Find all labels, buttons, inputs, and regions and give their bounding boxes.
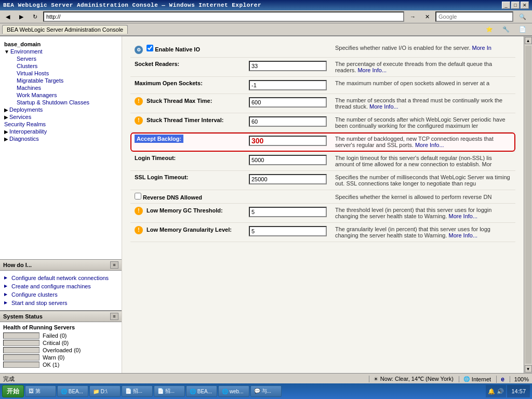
tree-interoperability[interactable]: ▶Interoperability (0, 128, 122, 135)
health-label-warn: Warn (0) (43, 354, 64, 361)
table-row: ⚙ Enable Native IO Specifies whether nat… (130, 42, 515, 58)
search-box[interactable] (435, 11, 513, 22)
tools-btn[interactable]: 🔧 (499, 24, 513, 34)
stop-button[interactable]: ✕ (421, 12, 433, 22)
max-sockets-input[interactable] (249, 80, 327, 90)
tree-startup-shutdown[interactable]: Startup & Shutdown Classes (0, 99, 122, 106)
socket-readers-label: Socket Readers: (130, 58, 245, 77)
scrollbar[interactable]: ▲ ▼ (524, 36, 532, 373)
status-panel-content: Health of Running Servers Failed (0) Cri… (0, 322, 122, 371)
scroll-down-button[interactable]: ▼ (525, 365, 532, 373)
how-link-servers[interactable]: Start and stop servers (4, 299, 117, 307)
how-link-clusters[interactable]: Configure clusters (4, 290, 117, 299)
tree-machines[interactable]: Machines (0, 84, 122, 91)
page-btn[interactable]: 📄 (515, 24, 530, 34)
accept-backlog-label-cell: Accept Backlog: (130, 132, 245, 152)
taskbar: 开始 🖼 第 🌐 BEA... 📁 D:\ 📄 招... 📄 招... 🌐 BE… (0, 383, 532, 399)
zoom-zone: 100% (510, 376, 529, 382)
forward-button[interactable]: ▶ (16, 12, 27, 22)
warn-icon-gc: ! (135, 207, 143, 215)
table-row: Maximum Open Sockets: The maximum number… (130, 77, 515, 94)
weather-icon: ☀ (374, 376, 378, 382)
more-info-gran[interactable]: More Info... (449, 232, 478, 238)
window-controls[interactable]: _ □ ✕ (502, 2, 529, 9)
stuck-timer-label: ! Stuck Thread Timer Interval: (130, 113, 245, 132)
low-mem-gc-input[interactable] (249, 207, 327, 217)
refresh-button[interactable]: ↻ (29, 12, 41, 22)
how-link-network[interactable]: Configure default network connections (4, 274, 117, 282)
start-button[interactable]: 开始 (2, 385, 24, 397)
tree-virtual-hosts[interactable]: Virtual Hosts (0, 70, 122, 77)
tree-deployments[interactable]: ▶Deployments (0, 106, 122, 113)
socket-readers-desc: The percentage of execute threads from t… (331, 58, 515, 77)
low-mem-gc-label: ! Low Memory GC Threshold: (130, 204, 245, 223)
favorites-btn[interactable]: ⭐ (482, 24, 497, 34)
taskbar-item-2[interactable]: 🌐 BEA... (57, 385, 88, 397)
taskbar-clock: 14:57 (507, 385, 530, 397)
window-title: BEA WebLogic Server Administration Conso… (3, 2, 261, 8)
warn-icon-stuck: ! (135, 97, 143, 105)
scroll-up-button[interactable]: ▲ (525, 37, 532, 44)
close-button[interactable]: ✕ (521, 2, 529, 9)
ssl-login-timeout-input[interactable] (249, 174, 327, 184)
status-panel: System Status ≡ Health of Running Server… (0, 311, 122, 371)
tree-services[interactable]: ▶Services (0, 113, 122, 121)
status-panel-toggle[interactable]: ≡ (110, 313, 118, 320)
zone-text: Internet (472, 376, 491, 382)
address-bar[interactable] (43, 11, 404, 22)
tree-servers[interactable]: Servers (0, 55, 122, 62)
scroll-thumb[interactable] (525, 46, 531, 364)
more-info-link[interactable]: More In (472, 45, 491, 51)
taskbar-item-5[interactable]: 📄 招... (154, 385, 185, 397)
search-button[interactable]: 🔍 (515, 12, 530, 22)
expand-icon-svc: ▶ (4, 114, 8, 120)
expand-icon-int: ▶ (4, 129, 8, 135)
stuck-thread-max-input-cell (245, 94, 331, 113)
tree-security-realms[interactable]: Security Realms (0, 121, 122, 128)
more-info-socket[interactable]: More Info... (357, 67, 387, 73)
taskbar-item-6[interactable]: 🌐 BEA... (186, 385, 217, 397)
zone-indicator: 🌐 Internet (459, 376, 491, 382)
taskbar-item-7[interactable]: 🌐 web... (218, 385, 249, 397)
tree-work-managers[interactable]: Work Managers (0, 91, 122, 99)
more-info-backlog[interactable]: More Info... (415, 142, 444, 148)
more-info-stuck[interactable]: More Info... (369, 103, 398, 110)
health-bar-overloaded (3, 347, 39, 353)
accept-backlog-input[interactable] (249, 136, 327, 146)
low-mem-gran-input[interactable] (249, 226, 327, 236)
tree-diagnostics[interactable]: ▶Diagnostics (0, 135, 122, 142)
enable-native-io-checkbox[interactable] (147, 45, 153, 51)
weather-zone: ☀ Now: Clear, 14℃ (New York) (369, 376, 454, 382)
table-row: ! Low Memory GC Threshold: The threshold… (130, 204, 515, 223)
table-row: ! Stuck Thread Timer Interval: The numbe… (130, 113, 515, 132)
maximize-button[interactable]: □ (511, 2, 520, 9)
table-row: Login Timeout: The login timeout for thi… (130, 152, 515, 171)
status-panel-header: System Status ≡ (0, 311, 122, 322)
health-bar-ok (3, 362, 39, 368)
taskbar-item-3[interactable]: 📁 D:\ (89, 385, 121, 397)
taskbar-item-4[interactable]: 📄 招... (122, 385, 153, 397)
ie-tab[interactable]: BEA WebLogic Server Administration Conso… (2, 25, 128, 34)
tree-clusters[interactable]: Clusters (0, 62, 122, 70)
stuck-thread-max-input[interactable] (249, 97, 327, 108)
minimize-button[interactable]: _ (502, 2, 510, 9)
socket-readers-input-cell (245, 58, 331, 77)
how-panel-toggle[interactable]: ≡ (110, 261, 118, 269)
tree-environment[interactable]: ▼Environment (0, 48, 122, 55)
taskbar-item-1[interactable]: 🖼 第 (25, 385, 56, 397)
stuck-timer-input[interactable] (249, 116, 327, 127)
login-timeout-input[interactable] (249, 155, 327, 165)
globe-icon: 🌐 (463, 376, 470, 382)
zoom-text: 100% (514, 376, 529, 382)
taskbar-item-8[interactable]: 💬 与... (250, 385, 282, 397)
how-link-machines[interactable]: Create and configure machines (4, 282, 117, 290)
tree-migratable-targets[interactable]: Migratable Targets (0, 77, 122, 84)
table-row: ! Low Memory Granularity Level: The gran… (130, 223, 515, 242)
tree-base-domain[interactable]: base_domain (0, 41, 122, 48)
how-panel-title: How do I... (3, 262, 32, 268)
more-info-gc[interactable]: More Info... (449, 213, 478, 219)
back-button[interactable]: ◀ (2, 12, 14, 22)
go-button[interactable]: → (406, 12, 419, 21)
reverse-dns-checkbox[interactable] (135, 193, 141, 200)
socket-readers-input[interactable] (249, 61, 327, 71)
